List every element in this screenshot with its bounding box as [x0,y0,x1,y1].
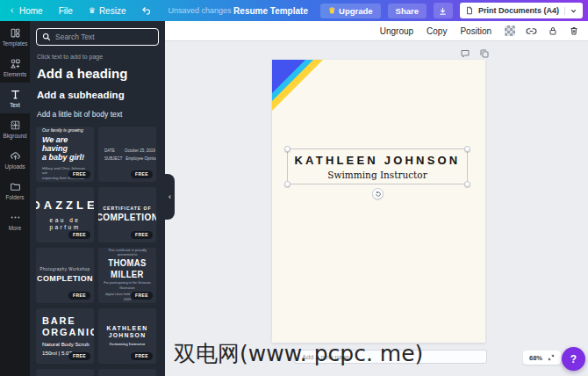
design-page[interactable]: KATHLEEN JOHNSON Swimming Instructor [272,60,485,343]
document-title[interactable]: Resume Template [233,6,308,16]
transparency-icon[interactable] [505,25,515,36]
page-title-text[interactable]: KATHLEEN JOHNSON [295,154,461,167]
sidebar-item-uploads[interactable]: Uploads [0,144,30,175]
text-template-thumb[interactable]: CERTIFICATE OFCOMPLETIONFREE [98,187,156,242]
sidebar-rail: Templates Elements Text Bkground Uploads… [0,21,30,376]
add-heading-item[interactable]: Add a heading [37,66,158,81]
duplicate-page-icon[interactable] [479,48,490,59]
text-template-thumb[interactable]: This certificate is proudly presented to… [98,248,156,303]
free-badge: FREE [68,231,90,239]
text-template-thumb[interactable]: katherine [98,369,156,376]
print-documents-button[interactable]: Print Documents (A4) [460,3,583,18]
upgrade-button[interactable]: ♛ Upgrade [320,4,381,18]
free-badge: FREE [68,170,90,178]
text-template-thumb[interactable]: DATE October 25, 2019SUBJECT Employee Op… [98,127,156,182]
add-subheading-item[interactable]: Add a subheading [37,90,158,100]
sidebar-item-elements[interactable]: Elements [0,52,30,83]
link-icon[interactable] [526,25,537,37]
thumb-text: DATE October 25, 2019 [104,147,155,155]
panel-caption: Click text to add to page [37,54,158,60]
trash-icon[interactable] [569,25,579,36]
app-window: Home File ♛ Resize Unsaved changes Resum… [0,0,588,376]
position-button[interactable]: Position [460,26,491,36]
resize-handle-top-right[interactable] [464,146,470,152]
text-template-thumb[interactable]: BAREORGANICSNatural Body Scrub150ml | 5.… [36,308,94,364]
panel-collapse-button[interactable]: ‹ [165,174,175,220]
sidebar-item-bkground[interactable]: Bkground [0,113,30,144]
sidebar-item-more[interactable]: More [0,206,30,236]
free-badge: FREE [131,231,153,239]
resize-handle-top-left[interactable] [284,146,290,152]
thumb-text: Swimming Instructor [110,342,146,347]
unsaved-status: Unsaved changes [168,6,231,15]
thumb-text: COMPLETION [37,274,93,284]
home-button[interactable]: Home [9,6,43,16]
elements-icon [10,58,21,69]
design-canvas[interactable]: KATHLEEN JOHNSON Swimming Instructor Add… [165,41,588,376]
text-template-thumb[interactable]: Photography WorkshopCOMPLETIONFREE [36,248,94,303]
text-icon [10,89,21,100]
page-subtitle-text[interactable]: Swimming Instructor [327,170,427,180]
thumb-text: Photography Workshop [40,267,90,272]
sidebar-item-text[interactable]: Text [0,83,30,113]
download-button[interactable] [434,3,453,18]
zoom-control[interactable]: 68% [523,351,561,365]
text-template-thumb[interactable]: Our family is growingWe are havinga baby… [36,127,94,182]
comment-icon[interactable] [460,48,470,59]
thumb-text: eau de parfum [39,217,90,231]
sidebar-item-folders[interactable]: Folders [0,175,30,206]
thumb-text: BARE [42,315,75,327]
selected-text-element[interactable]: KATHLEEN JOHNSON Swimming Instructor [287,148,468,184]
rail-label: Templates [3,40,28,47]
thumb-text: We are having [42,135,90,154]
upgrade-label: Upgrade [339,6,373,16]
more-dots-icon [10,212,21,223]
add-page-label: Add a new page [302,353,349,361]
fullscreen-icon [548,354,555,361]
templates-icon [10,27,21,39]
thumb-text: This certificate is proudly presented to [102,248,153,257]
chevron-left-icon [9,7,16,14]
resize-handle-bottom-left[interactable] [284,181,290,187]
folder-icon [10,181,21,192]
document-icon [465,6,474,15]
lock-icon[interactable] [548,25,558,36]
home-label: Home [19,6,43,16]
thumb-text: THOMAS MILLER [102,257,153,280]
canvas-toolbar: Ungroup Copy Position [165,21,588,41]
search-input[interactable] [55,33,152,41]
crown-icon: ♛ [328,7,335,15]
thumb-text: DAZZLE [36,199,94,213]
text-template-thumb[interactable]: KATHLEEN JOHNSONSwimming InstructorFREE [98,308,156,364]
text-template-thumb[interactable]: brunch [36,369,94,376]
rotate-handle[interactable] [372,188,384,199]
search-box[interactable] [36,28,159,46]
chevron-left-icon: ‹ [169,192,171,201]
rail-label: Text [10,102,20,108]
rail-label: Elements [4,71,26,77]
free-badge: FREE [131,170,153,178]
undo-button[interactable] [141,5,152,16]
add-new-page-button[interactable]: Add a new page [294,350,487,364]
sidebar-item-templates[interactable]: Templates [0,21,30,52]
free-badge: FREE [68,292,90,300]
zoom-level: 68% [529,354,542,362]
share-button[interactable]: Share [388,4,427,18]
help-button[interactable]: ? [562,347,585,371]
resize-handle-bottom-right[interactable] [464,181,470,187]
add-body-text-item[interactable]: Add a little bit of body text [37,110,158,119]
rail-label: Bkground [4,133,27,139]
ungroup-button[interactable]: Ungroup [380,26,413,36]
text-template-thumb[interactable]: DAZZLEeau de parfumFREE [36,187,94,242]
rotate-icon [375,191,382,198]
text-template-grid: Our family is growingWe are havinga baby… [36,127,165,376]
download-icon [438,6,448,16]
copy-button[interactable]: Copy [427,26,447,36]
help-label: ? [570,353,577,365]
thumb-text: SUBJECT Employee Opinion Survey [104,155,156,163]
file-menu[interactable]: File [59,6,73,16]
thumb-text: a baby girl! [42,153,84,162]
thumb-text: CERTIFICATE OF [103,206,151,211]
resize-button[interactable]: ♛ Resize [89,6,126,16]
background-icon [10,119,21,131]
